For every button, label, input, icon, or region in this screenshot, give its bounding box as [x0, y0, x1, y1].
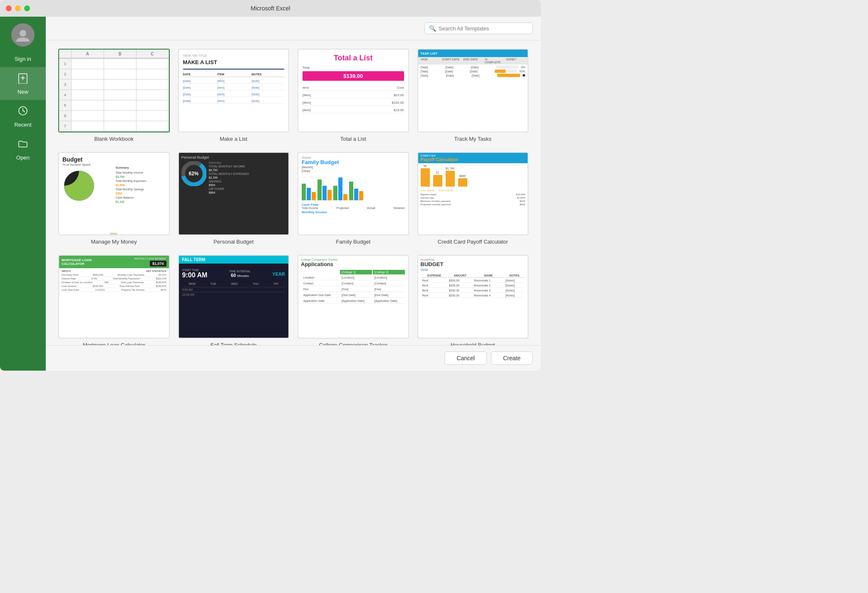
- template-label-track-my-tasks: Track My Tasks: [454, 136, 491, 142]
- clock-icon: [17, 105, 29, 119]
- search-input[interactable]: [439, 25, 528, 32]
- maximize-button[interactable]: [24, 5, 30, 11]
- template-thumb-household-budget: Household BUDGET Detail EXPENSE AMOUNT N…: [417, 255, 529, 339]
- close-button[interactable]: [6, 5, 12, 11]
- cancel-button[interactable]: Cancel: [444, 351, 487, 365]
- template-thumb-college-comparison: College Comparison Tracker Applications …: [298, 255, 409, 339]
- template-thumb-track-my-tasks: TASK LIST TASK START DATE END DATE % COM…: [417, 49, 529, 132]
- template-thumb-blank-workbook: A B C 1 2 3 4 5 6 7: [58, 49, 170, 132]
- template-thumb-manage-my-money: Budget % of Income Spent 55% Summary Tot…: [58, 152, 170, 236]
- create-button[interactable]: Create: [491, 351, 533, 365]
- template-credit-card-payoff[interactable]: Credit Card Payoff Calculator 40 22: [417, 152, 529, 245]
- sidebar-item-recent[interactable]: Recent: [0, 100, 46, 133]
- search-icon: 🔍: [429, 25, 436, 32]
- folder-icon: [17, 138, 29, 152]
- templates-grid: A B C 1 2 3 4 5 6 7 Blank Workbook: [46, 40, 541, 345]
- template-fall-term[interactable]: FALL TERM START TIME 9:00 AM TIME INTERV…: [178, 255, 290, 345]
- template-thumb-credit-card-payoff: Credit Card Payoff Calculator 40 22: [417, 152, 529, 236]
- window-title: Microsoft Excel: [251, 5, 290, 12]
- template-label-fall-term: Fall Term Schedule: [211, 342, 257, 345]
- bottom-bar: Cancel Create: [46, 345, 541, 371]
- template-label-household-budget: Household Budget: [451, 342, 495, 345]
- template-label-college-comparison: College Comparison Tracker: [319, 342, 387, 345]
- svg-line-6: [23, 111, 25, 112]
- template-total-a-list[interactable]: Total a List Total $139.00 ItemCost [Ite…: [298, 49, 409, 142]
- main-content: 🔍 A B C 1 2 3 4 5: [46, 17, 541, 371]
- template-track-my-tasks[interactable]: TASK LIST TASK START DATE END DATE % COM…: [417, 49, 529, 142]
- search-box[interactable]: 🔍: [424, 22, 533, 34]
- template-label-mortgage-loan: Mortgage Loan Calculator: [83, 342, 145, 345]
- template-blank-workbook[interactable]: A B C 1 2 3 4 5 6 7 Blank Workbook: [58, 49, 170, 142]
- template-mortgage-loan[interactable]: MORTGAGE LOANCALCULATOR MONTHLY LOAN PAY…: [58, 255, 170, 345]
- svg-point-0: [20, 30, 26, 37]
- template-thumb-make-a-list: TASK OR TITLE MAKE A LIST DATE ITEM NOTE…: [178, 49, 290, 132]
- template-label-blank-workbook: Blank Workbook: [94, 136, 134, 142]
- template-manage-my-money[interactable]: Budget % of Income Spent 55% Summary Tot…: [58, 152, 170, 245]
- app-body: Sign in New Recent: [0, 17, 541, 371]
- sidebar-item-new[interactable]: New: [0, 67, 46, 100]
- avatar: [11, 23, 35, 47]
- sidebar: Sign in New Recent: [0, 17, 46, 371]
- traffic-lights: [6, 5, 30, 11]
- title-bar: Microsoft Excel: [0, 0, 541, 17]
- template-label-family-budget: Family Budget: [336, 239, 370, 245]
- template-thumb-fall-term: FALL TERM START TIME 9:00 AM TIME INTERV…: [178, 255, 290, 339]
- template-label-total-a-list: Total a List: [340, 136, 366, 142]
- sidebar-item-open[interactable]: Open: [0, 133, 46, 166]
- template-thumb-personal-budget: Personal Budget 62% Summary: [178, 152, 290, 236]
- template-label-credit-card-payoff: Credit Card Payoff Calculator: [438, 239, 508, 245]
- template-thumb-mortgage-loan: MORTGAGE LOANCALCULATOR MONTHLY LOAN PAY…: [58, 255, 170, 339]
- template-label-make-a-list: Make a List: [220, 136, 247, 142]
- template-college-comparison[interactable]: College Comparison Tracker Applications …: [298, 255, 409, 345]
- template-personal-budget[interactable]: Personal Budget 62% Summary: [178, 152, 290, 245]
- template-thumb-family-budget: Shared Family Budget [Month][Year]: [298, 152, 409, 236]
- sidebar-item-signin[interactable]: Sign in: [0, 51, 46, 67]
- top-bar: 🔍: [46, 17, 541, 40]
- minimize-button[interactable]: [15, 5, 21, 11]
- template-make-a-list[interactable]: TASK OR TITLE MAKE A LIST DATE ITEM NOTE…: [178, 49, 290, 142]
- template-household-budget[interactable]: Household BUDGET Detail EXPENSE AMOUNT N…: [417, 255, 529, 345]
- template-label-manage-my-money: Manage My Money: [91, 239, 137, 245]
- template-label-personal-budget: Personal Budget: [213, 239, 253, 245]
- template-family-budget[interactable]: Shared Family Budget [Month][Year]: [298, 152, 409, 245]
- template-thumb-total-a-list: Total a List Total $139.00 ItemCost [Ite…: [298, 49, 409, 132]
- new-icon: [17, 72, 29, 86]
